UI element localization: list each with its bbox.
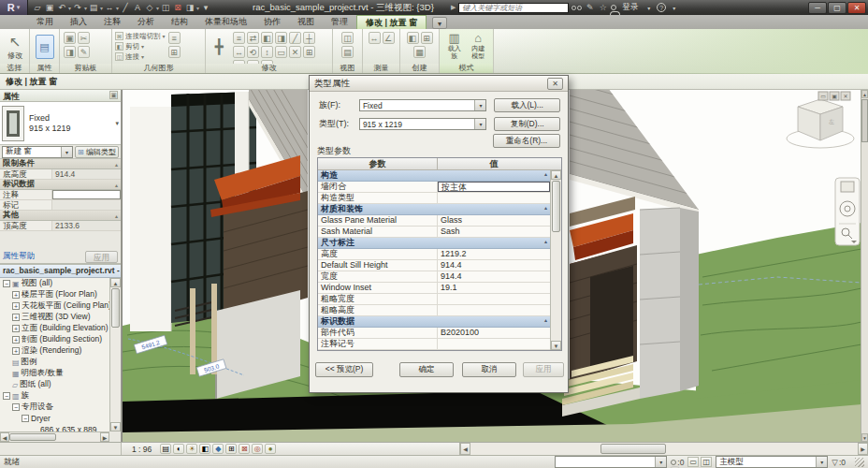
post[interactable] — [190, 288, 195, 374]
visual-style-icon[interactable]: ◐ — [173, 444, 184, 454]
tab-collaborate[interactable]: 协作 — [255, 15, 289, 29]
search-input[interactable] — [458, 3, 569, 13]
expander-icon[interactable]: + — [12, 291, 20, 299]
browser-vertical-scrollbar[interactable]: ▲ ▼ — [109, 278, 121, 431]
join-menu[interactable]: ◫连接▾ — [115, 51, 166, 62]
default-3d-view-icon[interactable]: ◇ — [144, 3, 155, 12]
parameter-group[interactable]: 标识数据▴ — [318, 316, 550, 328]
selection-filter[interactable]: ▽:0 — [832, 458, 846, 467]
type-selector[interactable]: Fixed915 x 1219 ▾ — [0, 102, 121, 145]
measure-along-element-icon[interactable]: ∠ — [383, 32, 395, 44]
ribbon-state-toggle[interactable]: ▾ — [432, 17, 447, 29]
parameter-group[interactable]: 材质和装饰▴ — [318, 204, 550, 215]
search-expand-icon[interactable]: ▶ — [451, 4, 456, 11]
type-properties-button[interactable]: ▤ — [36, 35, 54, 59]
navigation-bar[interactable] — [835, 178, 860, 245]
parameter-value[interactable] — [438, 294, 550, 304]
mirror-draw-axis-icon[interactable]: ◨ — [275, 32, 287, 44]
scroll-down-icon[interactable]: ▼ — [861, 433, 868, 442]
create-assembly-icon[interactable]: ▦ — [413, 46, 426, 58]
split-with-gap-icon[interactable]: ┼ — [303, 32, 315, 44]
parameter-value[interactable]: 1219.2 — [438, 249, 550, 259]
offset-icon[interactable]: ⇄ — [247, 32, 259, 44]
collapse-icon[interactable]: ▴ — [115, 161, 118, 168]
redo-icon[interactable]: ↷ — [72, 3, 83, 12]
scroll-up-icon[interactable]: ▲ — [551, 170, 561, 180]
param-column-header[interactable]: 参数 — [318, 158, 438, 169]
expander-icon[interactable]: − — [22, 415, 29, 422]
redo-icon-arrow[interactable]: ▾ — [84, 5, 87, 11]
property-group[interactable]: 其他▴ — [0, 211, 121, 221]
subscription-icon[interactable]: ✎ — [585, 3, 595, 12]
property-group[interactable]: 限制条件▴ — [0, 159, 121, 169]
communication-icon[interactable]: ☆ — [598, 3, 608, 12]
tab-structure[interactable]: 结构 — [163, 15, 196, 29]
expander-icon[interactable]: + — [12, 347, 20, 355]
white-wall[interactable] — [130, 107, 171, 331]
edit-type-button[interactable]: ⊞ 编辑类型 — [75, 146, 119, 158]
canvas-horizontal-scrollbar[interactable]: ◀ ▶ — [460, 443, 868, 455]
apply-button[interactable]: 应用 — [85, 251, 118, 263]
browser-item[interactable]: −专用设备 — [0, 402, 109, 413]
text-icon[interactable]: A — [132, 3, 143, 12]
expander-icon[interactable]: + — [12, 302, 20, 310]
parameter-value[interactable]: 19.1 — [438, 283, 550, 293]
browser-item[interactable]: +楼层平面 (Floor Plan) — [0, 289, 109, 300]
scroll-thumb[interactable] — [861, 99, 868, 142]
temporary-hide-isolate-icon[interactable]: ◎ — [252, 444, 263, 454]
open-icon[interactable]: ▱ — [32, 3, 43, 12]
modify-tool-button[interactable]: ↖ 修改 — [3, 31, 27, 63]
search-icon[interactable] — [571, 6, 582, 10]
signin-link[interactable]: 登录 — [622, 2, 638, 13]
switch-windows-icon[interactable]: ◨ — [184, 3, 195, 12]
array-icon[interactable]: ↕ — [261, 46, 273, 58]
value-column-header[interactable]: 值 — [438, 158, 550, 169]
tab-massing-site[interactable]: 体量和场地 — [196, 15, 255, 29]
browser-item[interactable]: +三维视图 (3D View) — [0, 312, 109, 323]
paste-icon[interactable]: ▣ — [64, 32, 76, 44]
dialog-close-button[interactable]: ✕ — [547, 78, 563, 90]
section-icon[interactable]: ◫ — [160, 3, 171, 12]
beam-cope-icon[interactable]: ≡ — [168, 32, 181, 44]
browser-item[interactable]: +立面 (Building Elevation) — [0, 323, 109, 334]
dialog-apply-button[interactable]: 应用 — [523, 362, 564, 377]
dialog-titlebar[interactable]: 类型属性 ✕ — [310, 76, 568, 92]
load-button[interactable]: 载入(L)... — [494, 98, 560, 112]
properties-help-link[interactable]: 属性帮助 — [3, 251, 35, 262]
parameter-group[interactable]: 尺寸标注▴ — [318, 238, 550, 249]
cancel-button[interactable]: 取消 — [462, 362, 516, 377]
wall-joins-icon[interactable]: ⊞ — [168, 46, 181, 58]
editable-only-icon[interactable]: ▭ — [687, 457, 699, 467]
scroll-thumb[interactable] — [9, 433, 56, 441]
undo-icon[interactable]: ↶ — [56, 3, 67, 12]
pin-icon[interactable]: ⊞ — [303, 46, 315, 58]
design-option-combo[interactable]: ▾ — [555, 456, 667, 468]
copy-icon[interactable]: ◨ — [64, 46, 76, 58]
cut-menu[interactable]: ◧剪切▾ — [115, 41, 166, 51]
undo-icon-arrow[interactable]: ▾ — [68, 5, 71, 11]
expander-icon[interactable]: − — [3, 392, 10, 400]
close-button[interactable]: ✕ — [847, 2, 866, 14]
scroll-thumb[interactable] — [111, 288, 120, 328]
rotate-icon[interactable]: ⟲ — [247, 46, 259, 58]
browser-horizontal-scrollbar[interactable]: ◀ ▶ — [0, 431, 109, 442]
trim-extend-icon[interactable]: ↔ — [233, 46, 245, 58]
browser-item[interactable]: +渲染 (Rendering) — [0, 345, 109, 357]
scroll-down-icon[interactable]: ▼ — [110, 422, 121, 431]
mirror-pick-axis-icon[interactable]: ◧ — [261, 32, 273, 44]
duplicate-button[interactable]: 复制(D)... — [494, 117, 560, 131]
default-3d-view-icon-arrow[interactable]: ▾ — [156, 5, 159, 11]
browser-item[interactable]: −Dryer — [0, 413, 109, 424]
table-scrollbar[interactable]: ▲ ▼ — [550, 170, 561, 350]
scale-icon[interactable]: ▭ — [275, 46, 287, 58]
delete-icon[interactable]: ✕ — [289, 46, 301, 58]
browser-item[interactable]: ▤图例 — [0, 357, 109, 368]
close-hidden-icon[interactable]: ◫ — [341, 32, 354, 44]
signin-arrow-icon[interactable]: ▾ — [644, 5, 654, 11]
browser-item[interactable]: +天花板平面 (Ceiling Plan) — [0, 300, 109, 312]
scroll-up-icon[interactable]: ▲ — [861, 90, 868, 98]
minimize-button[interactable]: ─ — [808, 2, 827, 14]
qat-customize-icon[interactable]: ▾ — [200, 3, 211, 12]
scroll-left-icon[interactable]: ◀ — [0, 432, 9, 442]
browser-item[interactable]: +剖面 (Building Section) — [0, 334, 109, 345]
